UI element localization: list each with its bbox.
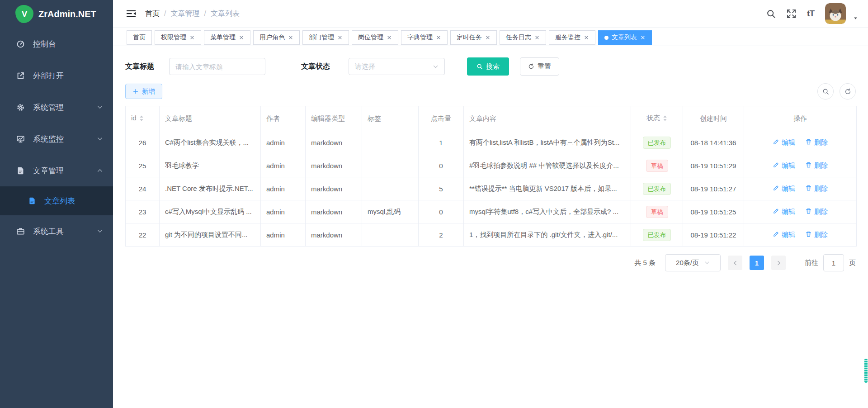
tab-cron[interactable]: 定时任务 (450, 30, 497, 45)
page-size-select[interactable]: 20条/页 (665, 254, 721, 271)
refresh-table-icon[interactable] (840, 83, 856, 100)
goto-page-input[interactable] (823, 254, 844, 271)
gear-icon (16, 103, 25, 112)
sidebar-item-article-management[interactable]: 文章管理 (0, 155, 113, 186)
sidebar-item-system-monitor[interactable]: 系统监控 (0, 123, 113, 155)
close-icon[interactable] (239, 35, 244, 40)
tab-home[interactable]: 首页 (127, 30, 152, 45)
delete-button[interactable]: 删除 (805, 185, 828, 193)
close-icon[interactable] (387, 35, 392, 40)
sidebar-item-label: 系统监控 (33, 134, 97, 144)
column-header-clicks: 点击量 (419, 106, 464, 131)
cell-created: 08-19 10:51:22 (683, 223, 744, 247)
user-menu-caret-icon[interactable] (853, 14, 858, 23)
prev-page-button[interactable] (728, 256, 742, 270)
avatar[interactable] (825, 3, 846, 24)
tab-job-log[interactable]: 任务日志 (500, 30, 546, 45)
cell-title: 羽毛球教学 (160, 154, 261, 177)
edit-button[interactable]: 编辑 (773, 185, 795, 193)
pencil-icon (773, 185, 779, 193)
table-toolbar: 新增 (125, 83, 856, 100)
font-size-icon[interactable]: tT (807, 9, 814, 19)
tab-user-role[interactable]: 用户角色 (253, 30, 300, 45)
tab-dict[interactable]: 字典管理 (401, 30, 448, 45)
tab-label: 部门管理 (309, 33, 334, 42)
cell-content: #羽毛球拍参数说明 ## 中管软硬选择以及长度介... (464, 154, 631, 177)
sidebar-item-dashboard[interactable]: 控制台 (0, 28, 113, 60)
header-actions: tT (766, 3, 858, 24)
close-icon[interactable] (189, 35, 195, 40)
edit-button[interactable]: 编辑 (773, 161, 795, 170)
add-button[interactable]: 新增 (125, 84, 162, 99)
pencil-icon (773, 208, 779, 216)
article-title-input[interactable] (169, 58, 265, 75)
filter-row: 文章标题 文章状态 请选择 搜索 重置 (125, 57, 856, 76)
next-page-button[interactable] (771, 256, 786, 270)
close-icon[interactable] (485, 35, 491, 40)
close-icon[interactable] (436, 35, 441, 40)
active-tab-dot-icon (604, 36, 609, 40)
trash-icon (805, 138, 812, 147)
tab-label: 首页 (133, 33, 146, 42)
cell-tag: mysql,乱码 (362, 200, 419, 223)
logo[interactable]: V ZrAdmin.NET (0, 0, 113, 28)
trash-icon (805, 161, 812, 170)
delete-button[interactable]: 删除 (805, 231, 828, 239)
article-status-select[interactable]: 请选择 (349, 58, 445, 75)
sidebar-item-label: 系统工具 (33, 226, 97, 237)
tab-post[interactable]: 岗位管理 (352, 30, 398, 45)
tab-server-monitor[interactable]: 服务监控 (549, 30, 595, 45)
tab-menu[interactable]: 菜单管理 (204, 30, 250, 45)
sidebar-item-system-management[interactable]: 系统管理 (0, 91, 113, 123)
sidebar-item-article-list[interactable]: 文章列表 (0, 186, 113, 215)
column-header-id[interactable]: id (126, 106, 160, 131)
cell-created: 08-19 10:51:25 (683, 200, 744, 223)
edit-button[interactable]: 编辑 (773, 231, 795, 239)
sidebar-item-label: 文章列表 (44, 196, 113, 206)
close-icon[interactable] (288, 35, 293, 40)
breadcrumb-item[interactable]: 首页 (145, 9, 160, 19)
edit-button[interactable]: 编辑 (773, 138, 795, 147)
search-icon[interactable] (766, 9, 776, 19)
cell-editor: markdown (306, 200, 362, 223)
delete-button[interactable]: 删除 (805, 161, 828, 170)
tab-label: 服务监控 (555, 33, 580, 42)
breadcrumb-item: 文章列表 (211, 9, 240, 19)
reset-button[interactable]: 重置 (520, 57, 559, 76)
sidebar-item-external-open[interactable]: 外部打开 (0, 60, 113, 91)
column-header-status[interactable]: 状态 (631, 106, 683, 131)
delete-button[interactable]: 删除 (805, 138, 828, 147)
chevron-up-icon (97, 167, 103, 174)
pencil-icon (773, 161, 779, 170)
goto-label: 前往 (805, 259, 818, 267)
page-number-button[interactable]: 1 (750, 256, 764, 270)
close-icon[interactable] (640, 35, 646, 40)
sidebar-item-system-tools[interactable]: 系统工具 (0, 215, 113, 247)
logo-icon: V (15, 5, 33, 23)
close-icon[interactable] (337, 35, 343, 40)
table-toolbar-right (817, 83, 856, 100)
close-icon[interactable] (584, 35, 589, 40)
close-icon[interactable] (534, 35, 540, 40)
delete-button[interactable]: 删除 (805, 208, 828, 216)
tab-dept[interactable]: 部门管理 (302, 30, 349, 45)
column-header-created: 创建时间 (683, 106, 744, 131)
tab-article-list[interactable]: 文章列表 (598, 30, 652, 45)
edit-button[interactable]: 编辑 (773, 208, 795, 216)
column-header-actions: 操作 (744, 106, 857, 131)
sort-caret-icon[interactable] (139, 115, 144, 123)
pagination: 共 5 条 20条/页 1 前往 页 (125, 254, 856, 271)
page-scrollbar-thumb[interactable] (864, 359, 868, 383)
articles-table: id文章标题作者编辑器类型标签点击量文章内容状态创建时间操作 26C#两个lis… (125, 106, 857, 247)
tab-permission[interactable]: 权限管理 (155, 30, 201, 45)
search-button[interactable]: 搜索 (467, 57, 509, 76)
table-row: 23c#写入Mysql中文显示乱码 ...adminmarkdownmysql,… (126, 200, 857, 223)
fullscreen-icon[interactable] (787, 9, 796, 19)
status-badge: 草稿 (646, 160, 668, 172)
collapse-sidebar-icon[interactable] (127, 9, 136, 18)
cell-clicks: 5 (419, 177, 464, 200)
sort-caret-icon[interactable] (663, 115, 667, 123)
toggle-search-icon[interactable] (817, 83, 834, 100)
select-placeholder: 请选择 (355, 62, 375, 71)
cell-editor: markdown (306, 154, 362, 177)
